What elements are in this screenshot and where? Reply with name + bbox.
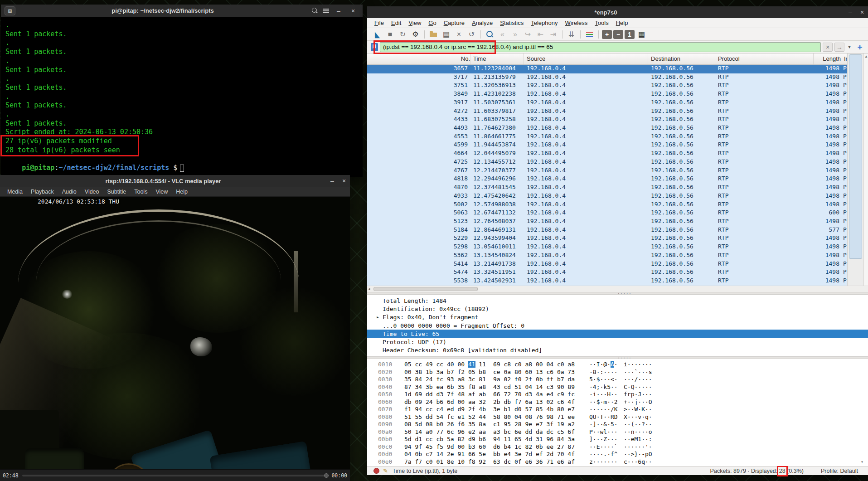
vlc-menu-item[interactable]: Tools — [131, 189, 151, 195]
packet-row[interactable]: 4272 11.603379817 192.168.0.4 192.168.0.… — [367, 107, 847, 116]
vlc-video-area[interactable]: 2024/06/13 02:53:18 THU — [0, 197, 350, 469]
close-file-icon[interactable]: × — [453, 29, 465, 39]
column-header-time[interactable]: Time — [470, 53, 524, 64]
save-file-icon[interactable]: ▤ — [441, 29, 452, 39]
capture-status-icon[interactable] — [373, 468, 379, 474]
detail-row[interactable]: ...0 0000 0000 0000 = Fragment Offset: 0 — [376, 321, 868, 330]
packet-row[interactable]: 4725 12.134455712 192.168.0.4 192.168.0.… — [367, 158, 847, 167]
packet-row[interactable]: 5002 12.574988038 192.168.0.4 192.168.0.… — [367, 201, 847, 209]
column-header-protocol[interactable]: Protocol — [715, 53, 814, 64]
wireshark-menu-item[interactable]: Edit — [388, 19, 405, 26]
scrollbar-thumb[interactable] — [849, 54, 862, 259]
packet-row[interactable]: 4870 12.374481545 192.168.0.4 192.168.0.… — [367, 184, 847, 192]
wireshark-menu-item[interactable]: Statistics — [496, 19, 527, 26]
vlc-seek-knob[interactable] — [324, 473, 329, 478]
vlc-menu-item[interactable]: Playback — [27, 189, 58, 195]
vlc-minimize-button[interactable]: – — [326, 177, 338, 185]
packet-row[interactable]: 3849 11.423102238 192.168.0.4 192.168.0.… — [367, 90, 847, 99]
go-back-icon[interactable]: « — [497, 29, 508, 39]
detail-row[interactable]: Time to Live: 65 — [367, 330, 868, 338]
find-packet-icon[interactable] — [484, 29, 495, 39]
toolbar-separator[interactable] — [424, 30, 425, 39]
capture-options-icon[interactable]: ⚙ — [410, 29, 421, 39]
wireshark-menu-item[interactable]: Tools — [591, 19, 612, 26]
scroll-down-icon[interactable]: ▾ — [861, 459, 863, 464]
wireshark-menu-item[interactable]: Help — [612, 19, 632, 26]
hex-row[interactable]: 00d0 04 0b c7 14 2e 91 66 5e bb e4 3e 7d… — [378, 451, 868, 458]
packet-row[interactable]: 4767 12.214470377 192.168.0.4 192.168.0.… — [367, 167, 847, 175]
display-filter-input[interactable]: (ip.dst == 192.168.0.4 or ip.src == 192.… — [380, 42, 821, 52]
scrollbar-edge-strip[interactable]: ▲ — [863, 53, 868, 286]
filter-apply-icon[interactable]: → — [834, 43, 844, 52]
filter-bookmark-icon[interactable] — [371, 43, 378, 51]
wireshark-menu-item[interactable]: File — [371, 19, 388, 26]
filter-dropdown-icon[interactable]: ▾ — [846, 44, 853, 49]
detail-row[interactable]: Header Checksum: 0x69c8 [validation disa… — [376, 346, 868, 355]
vlc-menu-item[interactable]: Help — [172, 189, 191, 195]
open-file-icon[interactable] — [428, 29, 439, 39]
packet-row[interactable]: 4599 11.944453874 192.168.0.4 192.168.0.… — [367, 141, 847, 150]
column-header-no[interactable]: No. — [367, 53, 470, 64]
terminal-titlebar[interactable]: ⊞ pi@pitap: ~/netsec-djw2/final/scripts … — [1, 5, 363, 17]
packet-row[interactable]: 5123 12.764508037 192.168.0.4 192.168.0.… — [367, 218, 847, 226]
go-to-packet-icon[interactable]: ↪ — [522, 29, 533, 39]
hex-row[interactable]: 0060 db 09 24 b6 6d 00 aa 32 2b db f7 6a… — [378, 398, 868, 406]
toolbar-separator[interactable] — [580, 30, 581, 39]
terminal-output[interactable]: .Sent 1 packets..Sent 1 packets..Sent 1 … — [1, 17, 363, 155]
scroll-left-icon[interactable]: ◂ — [368, 287, 370, 291]
toolbar-separator[interactable] — [598, 30, 599, 39]
wireshark-menu-item[interactable]: View — [405, 19, 425, 26]
restart-capture-icon[interactable]: ↻ — [397, 29, 408, 39]
last-packet-icon[interactable]: ⇥ — [548, 29, 559, 39]
packet-row[interactable]: 3657 11.123284004 192.168.0.4 192.168.0.… — [367, 65, 847, 73]
hex-row[interactable]: 00a0 50 14 a0 77 6c 96 e2 aa a3 bc 6e dd… — [378, 428, 868, 436]
resize-columns-icon[interactable]: ▦ — [636, 29, 647, 39]
hex-row[interactable]: 0030 35 84 24 fc 93 a8 3c 81 9a 02 f0 2f… — [378, 376, 868, 384]
filter-clear-icon[interactable]: × — [823, 43, 833, 52]
detail-row[interactable]: Total Length: 1484 — [376, 296, 868, 305]
auto-scroll-icon[interactable]: ⇊ — [566, 29, 577, 39]
packet-row[interactable]: 4433 11.683075258 192.168.0.4 192.168.0.… — [367, 116, 847, 124]
edit-comment-icon[interactable]: ✎ — [383, 467, 388, 474]
packet-list-scrollbar[interactable] — [847, 53, 863, 286]
column-header-destination[interactable]: Destination — [648, 53, 715, 64]
packet-row[interactable]: 5362 13.134540824 192.168.0.4 192.168.0.… — [367, 252, 847, 260]
hscrollbar-thumb[interactable] — [373, 287, 478, 291]
detail-row[interactable]: Protocol: UDP (17) — [376, 338, 868, 346]
hex-row[interactable]: 00e0 7a f7 c0 01 8e 10 f8 92 63 dc 0f e6… — [378, 458, 868, 466]
vlc-menu-item[interactable]: Media — [4, 189, 26, 195]
column-header-info[interactable]: Info — [841, 53, 847, 64]
detail-row[interactable]: Identification: 0x49cc (18892) — [376, 305, 868, 313]
scroll-up-icon[interactable]: ▲ — [864, 54, 868, 58]
wireshark-close-button[interactable]: × — [856, 9, 868, 16]
packet-list-header[interactable]: No. Time Source Destination Protocol Len… — [367, 53, 847, 65]
packet-row[interactable]: 4933 12.475420642 192.168.0.4 192.168.0.… — [367, 192, 847, 201]
profile-text[interactable]: Profile: Default — [821, 468, 858, 474]
wireshark-titlebar[interactable]: *enp7s0 – × — [367, 6, 868, 18]
packet-row[interactable]: 4818 12.294496296 192.168.0.4 192.168.0.… — [367, 175, 847, 184]
vlc-menu-item[interactable]: Video — [81, 189, 103, 195]
search-icon[interactable] — [310, 6, 319, 15]
new-terminal-icon[interactable]: ⊞ — [5, 6, 15, 15]
packet-row[interactable]: 3751 11.320536913 192.168.0.4 192.168.0.… — [367, 82, 847, 90]
vlc-menu-item[interactable]: View — [152, 189, 171, 195]
packet-row[interactable]: 5538 13.424502931 192.168.0.4 192.168.0.… — [367, 277, 847, 286]
hex-row[interactable]: 0080 51 55 dd 54 fc e1 52 44 58 80 04 08… — [378, 413, 868, 421]
packet-row[interactable]: 5298 13.054610011 192.168.0.4 192.168.0.… — [367, 243, 847, 252]
vlc-close-button[interactable]: × — [338, 177, 350, 185]
column-header-length[interactable]: Length — [814, 53, 841, 64]
filter-add-button[interactable]: + — [854, 42, 865, 52]
packet-row[interactable]: 5414 13.214491738 192.168.0.4 192.168.0.… — [367, 260, 847, 269]
packet-row[interactable]: 5063 12.674471132 192.168.0.4 192.168.0.… — [367, 209, 847, 218]
zoom-in-icon[interactable]: + — [602, 30, 612, 39]
toolbar-separator[interactable] — [480, 30, 481, 39]
wireshark-menu-item[interactable]: Analyze — [468, 19, 496, 26]
start-capture-icon[interactable]: ◣ — [373, 29, 382, 39]
wireshark-menu-item[interactable]: Capture — [440, 19, 468, 26]
first-packet-icon[interactable]: ⇤ — [535, 29, 546, 39]
wireshark-minimize-button[interactable]: – — [844, 9, 856, 16]
packet-row[interactable]: 4664 12.044495079 192.168.0.4 192.168.0.… — [367, 150, 847, 158]
colorize-icon[interactable] — [584, 29, 595, 39]
wireshark-menu-item[interactable]: Telephony — [527, 19, 561, 26]
packet-row[interactable]: 4493 11.764627380 192.168.0.4 192.168.0.… — [367, 124, 847, 133]
